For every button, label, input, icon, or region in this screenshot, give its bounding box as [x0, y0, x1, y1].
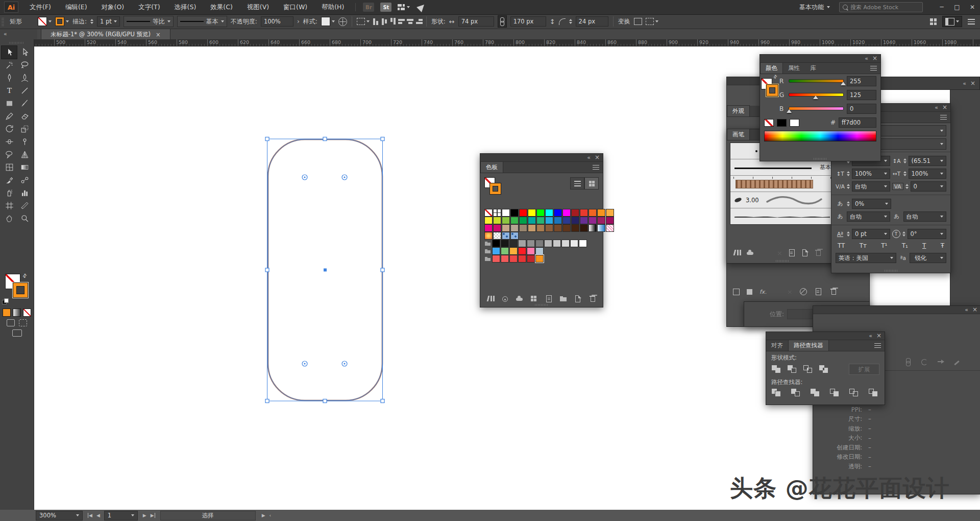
screen-mode-icon[interactable]	[12, 329, 22, 337]
new-effect-button[interactable]: fx.	[760, 289, 767, 295]
swatch[interactable]	[501, 240, 509, 247]
stroke-color-control[interactable]	[55, 17, 69, 26]
relink-icon[interactable]	[904, 358, 912, 365]
center-point-marker[interactable]	[324, 269, 327, 272]
align-top-button[interactable]	[398, 19, 405, 24]
blend-tool[interactable]	[17, 174, 32, 186]
default-fill-stroke-icon[interactable]	[2, 298, 8, 304]
stroke-swatch-orange[interactable]	[13, 282, 28, 298]
shape-builder-tool[interactable]	[2, 148, 17, 161]
tab-pathfinder[interactable]: 路径查找器	[788, 340, 829, 351]
horizontal-ruler[interactable]: 5005205405605806006206406606807007207407…	[34, 39, 980, 46]
swatch[interactable]	[519, 224, 527, 232]
brush-row-pattern[interactable]	[730, 176, 834, 192]
stepper[interactable]	[847, 184, 850, 189]
tsume-control[interactable]: あ 0%	[836, 199, 891, 209]
workspace-grid-icon[interactable]	[930, 18, 937, 25]
eyedropper-tool[interactable]	[2, 174, 17, 186]
merge-icon[interactable]	[810, 388, 821, 397]
slider-thumb[interactable]	[787, 109, 792, 113]
close-icon[interactable]: ×	[970, 81, 975, 86]
delete-brush-icon[interactable]	[814, 249, 822, 256]
paintbrush-tool[interactable]	[17, 97, 32, 110]
swatch[interactable]	[502, 224, 510, 232]
menu-item-4[interactable]: 选择(S)	[167, 0, 204, 14]
tab-brushes[interactable]: 画笔	[727, 129, 750, 140]
new-color-group-icon[interactable]	[559, 295, 568, 302]
first-artboard-icon[interactable]: ◀	[88, 513, 92, 518]
stepper[interactable]	[903, 171, 906, 176]
swatch[interactable]	[527, 255, 535, 263]
new-swatch-icon[interactable]	[574, 295, 582, 302]
close-button[interactable]: ✕	[965, 0, 980, 14]
menu-item-5[interactable]: 效果(C)	[203, 0, 239, 14]
swatch[interactable]	[562, 217, 571, 224]
magic-wand-tool[interactable]	[2, 59, 17, 72]
swatch[interactable]	[536, 209, 545, 217]
tab-color[interactable]: 颜色	[760, 62, 783, 74]
update-link-icon[interactable]	[920, 358, 928, 365]
clear-appearance-circle-icon[interactable]	[800, 288, 807, 295]
tab-libraries[interactable]: 库	[805, 63, 821, 74]
resize-grip[interactable]	[535, 304, 548, 306]
resize-grip[interactable]	[814, 158, 827, 160]
list-view-button[interactable]	[570, 177, 584, 190]
trim-icon[interactable]	[791, 388, 801, 397]
swatch[interactable]	[545, 209, 553, 217]
last-artboard-icon[interactable]: ▶	[151, 513, 155, 518]
brush-libraries-icon[interactable]	[733, 249, 741, 256]
swatch[interactable]	[589, 209, 597, 217]
previous-artboard-icon[interactable]: ◀	[96, 513, 100, 518]
opacity-more-icon[interactable]: ›	[297, 18, 300, 25]
superscript-button[interactable]: T¹	[881, 242, 887, 249]
swatch[interactable]	[554, 224, 562, 232]
status-prev-icon[interactable]: ‹	[270, 513, 272, 518]
zoom-dropdown[interactable]: 300%	[36, 511, 83, 520]
swatch[interactable]	[571, 224, 579, 232]
rectangle-tool[interactable]	[2, 97, 17, 110]
corner-radius-stepper[interactable]	[569, 19, 572, 24]
rotation-control[interactable]: T 0°	[892, 229, 947, 239]
black-swatch[interactable]	[777, 119, 787, 127]
swatch[interactable]	[518, 255, 526, 263]
curvature-tool[interactable]	[17, 72, 32, 84]
swatch[interactable]	[571, 209, 579, 217]
kerning-control[interactable]: V/A 自动	[836, 181, 890, 192]
show-swatch-kinds-icon[interactable]	[530, 295, 538, 302]
shaper-tool[interactable]	[2, 110, 17, 123]
swatch[interactable]	[519, 209, 527, 217]
none-button[interactable]	[23, 309, 31, 317]
expand-button[interactable]: 扩展	[849, 364, 879, 375]
menu-item-3[interactable]: 文字(T)	[131, 0, 167, 14]
eraser-tool[interactable]	[17, 110, 32, 123]
align-right-button[interactable]	[390, 18, 396, 25]
color-button[interactable]	[3, 309, 11, 317]
artboard-navigation-dropdown[interactable]: 1	[104, 511, 138, 520]
new-brush-icon[interactable]	[801, 249, 809, 256]
delete-swatch-icon[interactable]	[589, 295, 597, 302]
swatch[interactable]	[597, 217, 605, 224]
drag-handle[interactable]	[2, 17, 4, 26]
slider-thumb[interactable]	[813, 96, 818, 99]
stepper[interactable]	[905, 184, 909, 189]
swatch[interactable]	[492, 255, 500, 263]
swatch[interactable]	[493, 232, 501, 240]
swatch[interactable]	[606, 209, 614, 217]
slice-tool[interactable]	[17, 199, 32, 212]
stepper[interactable]	[847, 201, 850, 206]
stepper[interactable]	[847, 231, 850, 236]
swatch[interactable]	[536, 217, 545, 224]
swatch[interactable]	[535, 240, 544, 247]
list-options-icon[interactable]	[968, 19, 975, 25]
swatch[interactable]	[570, 240, 578, 247]
swatch[interactable]	[501, 255, 509, 263]
swatch[interactable]	[544, 240, 552, 247]
swatch[interactable]	[510, 224, 519, 232]
channel-input-G[interactable]: 125	[847, 90, 876, 100]
swatch[interactable]	[502, 217, 510, 224]
width-tool[interactable]	[2, 135, 17, 148]
underline-button[interactable]: T	[922, 242, 926, 249]
line-segment-tool[interactable]	[17, 84, 32, 97]
resize-grip[interactable]	[776, 260, 789, 262]
new-fill-icon[interactable]	[747, 289, 752, 295]
